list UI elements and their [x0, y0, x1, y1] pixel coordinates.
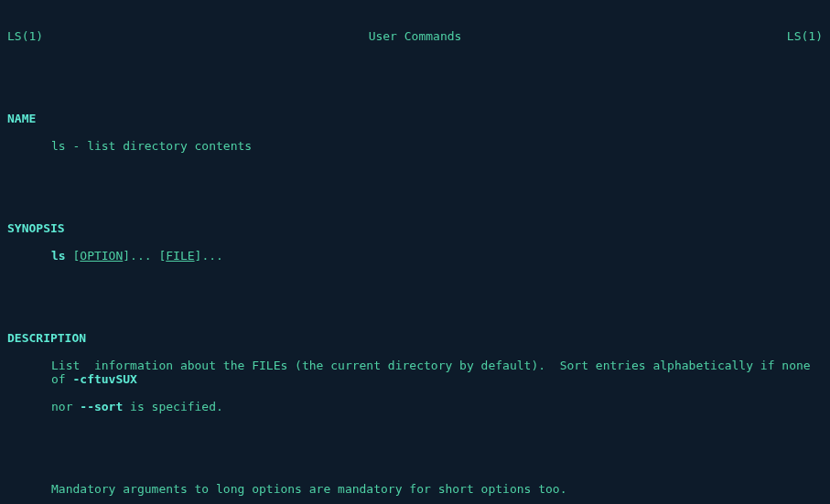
synopsis-option: OPTION	[80, 249, 123, 263]
desc-line2: nor --sort is specified.	[7, 400, 823, 413]
desc-line2-post: is specified.	[123, 400, 223, 413]
header-left: LS(1)	[7, 29, 43, 43]
synopsis-lb1: [	[66, 249, 81, 263]
section-name-heading: NAME	[7, 112, 823, 125]
header-center: User Commands	[369, 29, 462, 43]
synopsis-line: ls [OPTION]... [FILE]...	[7, 249, 823, 263]
synopsis-end: ]...	[195, 249, 223, 263]
man-page-header: LS(1) User Commands LS(1)	[7, 29, 823, 43]
desc-line2-pre: nor	[51, 400, 80, 413]
section-synopsis-heading: SYNOPSIS	[7, 221, 823, 235]
desc-flag-cftuvsux: -cftuvSUX	[72, 372, 136, 386]
desc-line1-pre: List information about the FILEs (the cu…	[51, 359, 817, 386]
desc-flag-sort: --sort	[80, 400, 123, 413]
desc-line1: List information about the FILEs (the cu…	[7, 359, 823, 386]
synopsis-cmd: ls	[51, 249, 66, 263]
synopsis-file: FILE	[166, 249, 194, 263]
man-page-viewport[interactable]: LS(1) User Commands LS(1) NAME ls - list…	[0, 0, 830, 504]
name-body: ls - list directory contents	[7, 139, 823, 153]
section-description-heading: DESCRIPTION	[7, 331, 823, 345]
mandatory-note: Mandatory arguments to long options are …	[7, 482, 823, 496]
synopsis-mid: ]... [	[123, 249, 166, 263]
header-right: LS(1)	[787, 29, 823, 43]
